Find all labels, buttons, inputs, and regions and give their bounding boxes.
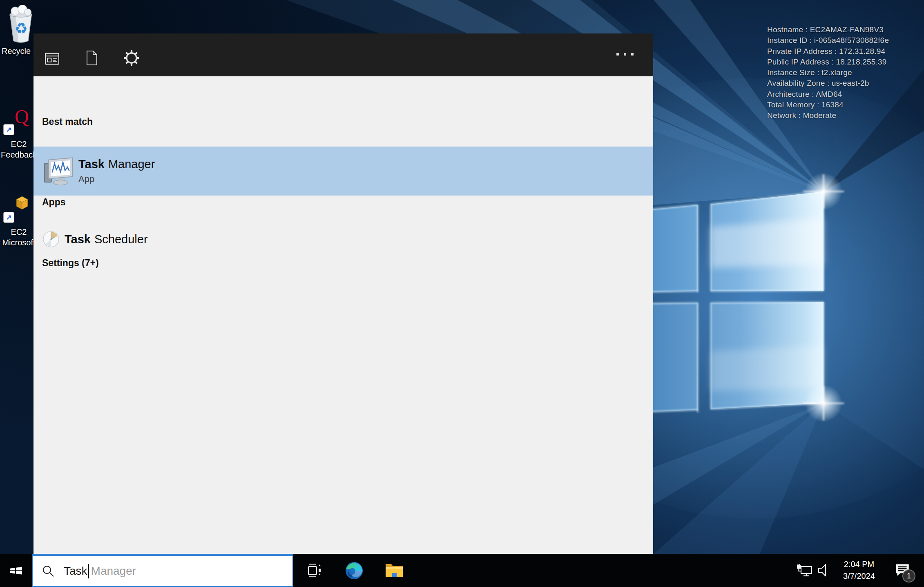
instance-info-line: Hostname : EC2AMAZ-FAN98V3 bbox=[767, 24, 889, 35]
instance-info-line: Private IP Address : 172.31.28.94 bbox=[767, 46, 889, 57]
search-result-task-manager[interactable]: TaskManager App bbox=[33, 147, 653, 196]
shortcut-arrow-icon: ↗ bbox=[3, 212, 14, 223]
apps-filter-button[interactable] bbox=[44, 51, 60, 67]
instance-info-line: Public IP Address : 18.218.255.39 bbox=[767, 57, 889, 67]
recycle-bin-icon: ♻ bbox=[4, 5, 37, 44]
task-manager-icon bbox=[42, 154, 75, 188]
instance-info-line: Availability Zone : us-east-2b bbox=[767, 78, 889, 89]
result-title-rest: Scheduler bbox=[94, 233, 148, 246]
instance-info-line: Architecture : AMD64 bbox=[767, 89, 889, 100]
instance-info-line: Instance Size : t2.xlarge bbox=[767, 67, 889, 78]
speaker-muted-icon bbox=[817, 563, 833, 578]
result-title-match: Task bbox=[78, 158, 105, 171]
network-tray-button[interactable] bbox=[795, 554, 815, 587]
text-caret bbox=[88, 564, 89, 578]
search-results-panel: Best match TaskManager App Apps bbox=[33, 33, 653, 554]
file-explorer-icon bbox=[384, 561, 404, 580]
search-input-suggestion: Manager bbox=[91, 565, 136, 578]
search-filter-bar bbox=[33, 33, 653, 76]
instance-info-line: Instance ID : i-065a48f5730882f6e bbox=[767, 35, 889, 46]
ethernet-network-icon bbox=[796, 563, 813, 578]
instance-info: Hostname : EC2AMAZ-FAN98V3 Instance ID :… bbox=[767, 24, 889, 121]
instance-info-line: Network : Moderate bbox=[767, 110, 889, 121]
settings-filter-button[interactable] bbox=[123, 50, 140, 66]
edge-icon bbox=[344, 561, 364, 580]
task-scheduler-icon bbox=[42, 231, 60, 248]
section-label-apps: Apps bbox=[42, 197, 66, 208]
ellipsis-icon bbox=[624, 53, 626, 56]
clock-date: 3/7/2024 bbox=[837, 570, 882, 582]
ellipsis-icon bbox=[616, 53, 619, 56]
taskbar: TaskManager bbox=[0, 554, 924, 587]
volume-tray-button[interactable] bbox=[815, 554, 835, 587]
documents-filter-button[interactable] bbox=[84, 50, 100, 66]
tray-clock[interactable]: 2:04 PM 3/7/2024 bbox=[837, 558, 882, 582]
result-title-rest: Manager bbox=[108, 158, 155, 171]
section-label-settings[interactable]: Settings (7+) bbox=[42, 258, 99, 269]
start-button[interactable] bbox=[0, 554, 32, 587]
notification-count-badge[interactable]: 1 bbox=[902, 569, 915, 583]
svg-text:♻: ♻ bbox=[15, 20, 28, 37]
file-explorer-button[interactable] bbox=[383, 554, 405, 587]
section-label-best-match: Best match bbox=[42, 116, 93, 127]
more-options-button[interactable] bbox=[616, 53, 634, 56]
gear-icon bbox=[124, 50, 139, 66]
clock-time: 2:04 PM bbox=[837, 558, 882, 570]
result-title-match: Task bbox=[65, 233, 91, 246]
windows-logo-icon bbox=[9, 563, 23, 578]
gold-cube-icon bbox=[15, 196, 29, 210]
search-input-text: Task bbox=[64, 565, 87, 578]
edge-browser-button[interactable] bbox=[343, 554, 365, 587]
desktop-screen: Hostname : EC2AMAZ-FAN98V3 Instance ID :… bbox=[0, 0, 924, 587]
document-filter-icon bbox=[85, 50, 99, 66]
apps-filter-icon bbox=[45, 51, 60, 66]
task-view-icon bbox=[305, 562, 322, 579]
shortcut-arrow-icon: ↗ bbox=[3, 124, 14, 135]
result-title: TaskManager bbox=[78, 158, 155, 171]
search-result-task-scheduler[interactable]: TaskScheduler bbox=[33, 225, 653, 254]
search-icon bbox=[42, 565, 55, 578]
ellipsis-icon bbox=[631, 53, 634, 56]
red-q-logo-icon: Q bbox=[15, 108, 29, 126]
result-title: TaskScheduler bbox=[65, 233, 148, 246]
task-view-button[interactable] bbox=[303, 554, 324, 587]
result-subtitle: App bbox=[78, 174, 155, 185]
instance-info-line: Total Memory : 16384 bbox=[767, 100, 889, 110]
taskbar-search-box[interactable]: TaskManager bbox=[32, 554, 293, 587]
